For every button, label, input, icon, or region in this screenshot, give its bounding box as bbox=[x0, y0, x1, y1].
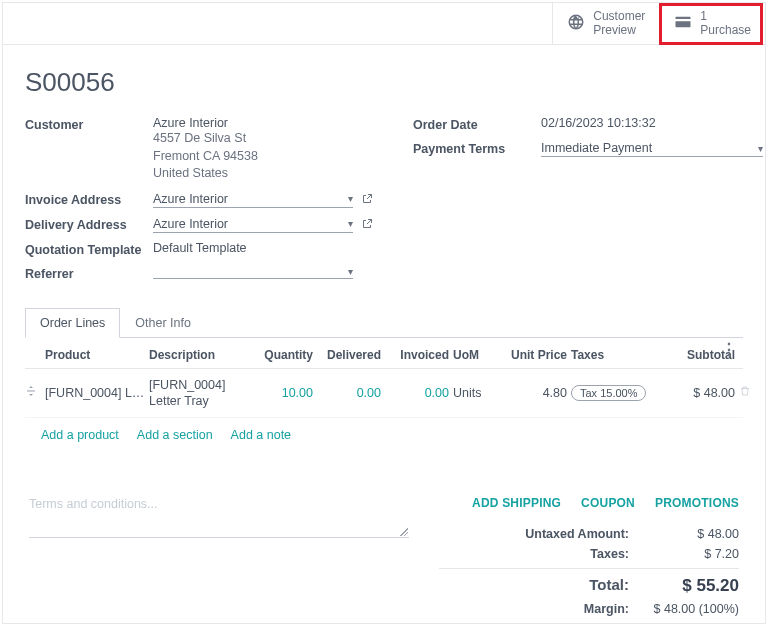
add-shipping-link[interactable]: ADD SHIPPING bbox=[472, 496, 561, 510]
payment-terms-label: Payment Terms bbox=[413, 140, 541, 156]
tax-chip[interactable]: Tax 15.00% bbox=[571, 385, 646, 401]
th-unit-price: Unit Price bbox=[499, 348, 567, 362]
payment-terms-select[interactable]: Immediate Payment ▾ bbox=[541, 140, 763, 157]
th-description: Description bbox=[149, 348, 249, 362]
chevron-down-icon: ▾ bbox=[758, 143, 763, 154]
resize-handle-icon[interactable] bbox=[399, 527, 409, 537]
addr-line1: 4557 De Silva St bbox=[153, 130, 373, 148]
delivery-address-select[interactable]: Azure Interior ▾ bbox=[153, 216, 353, 233]
globe-icon bbox=[567, 13, 585, 34]
purchase-label: Purchase bbox=[700, 24, 751, 38]
untaxed-label: Untaxed Amount: bbox=[439, 527, 649, 541]
purchase-count: 1 bbox=[700, 10, 751, 24]
chevron-down-icon: ▾ bbox=[348, 266, 353, 277]
tab-other-info[interactable]: Other Info bbox=[120, 308, 206, 338]
trash-icon[interactable] bbox=[739, 385, 755, 400]
cell-product: [FURN_0004] Lette… bbox=[45, 386, 145, 400]
kebab-icon[interactable]: ⋮ bbox=[721, 340, 737, 359]
table-row[interactable]: [FURN_0004] Lette… [FURN_0004] Letter Tr… bbox=[25, 369, 743, 419]
external-link-icon[interactable] bbox=[361, 218, 373, 230]
cell-description: [FURN_0004] Letter Tray bbox=[149, 377, 249, 410]
add-product-link[interactable]: Add a product bbox=[41, 428, 119, 442]
external-link-icon[interactable] bbox=[361, 193, 373, 205]
order-title: S00056 bbox=[25, 67, 743, 98]
customer-link[interactable]: Azure Interior bbox=[153, 116, 373, 130]
th-quantity: Quantity bbox=[253, 348, 313, 362]
add-note-link[interactable]: Add a note bbox=[231, 428, 291, 442]
th-invoiced: Invoiced bbox=[385, 348, 449, 362]
quotation-template-label: Quotation Template bbox=[25, 241, 153, 257]
tab-order-lines[interactable]: Order Lines bbox=[25, 308, 120, 338]
cell-delivered[interactable]: 0.00 bbox=[317, 386, 381, 400]
taxes-label: Taxes: bbox=[439, 547, 649, 561]
total-label: Total: bbox=[439, 576, 649, 596]
add-section-link[interactable]: Add a section bbox=[137, 428, 213, 442]
referrer-select[interactable]: ▾ bbox=[153, 265, 353, 279]
taxes-value: $ 7.20 bbox=[649, 547, 739, 561]
total-value: $ 55.20 bbox=[649, 576, 739, 596]
cell-quantity[interactable]: 10.00 bbox=[253, 386, 313, 400]
cell-subtotal: $ 48.00 bbox=[665, 386, 735, 400]
order-date-value: 02/16/2023 10:13:32 bbox=[541, 116, 763, 130]
customer-label: Customer bbox=[25, 116, 153, 132]
chevron-down-icon: ▾ bbox=[348, 218, 353, 229]
promotions-link[interactable]: PROMOTIONS bbox=[655, 496, 739, 510]
purchase-button[interactable]: 1 Purchase bbox=[659, 3, 765, 44]
credit-card-icon bbox=[674, 13, 692, 34]
addr-line2: Fremont CA 94538 bbox=[153, 148, 373, 166]
cell-unit-price: 4.80 bbox=[499, 386, 567, 400]
th-product: Product bbox=[45, 348, 145, 362]
referrer-label: Referrer bbox=[25, 265, 153, 281]
order-date-label: Order Date bbox=[413, 116, 541, 132]
chevron-down-icon: ▾ bbox=[348, 193, 353, 204]
drag-handle-icon[interactable] bbox=[25, 385, 41, 400]
coupon-link[interactable]: COUPON bbox=[581, 496, 635, 510]
cell-invoiced[interactable]: 0.00 bbox=[385, 386, 449, 400]
addr-line3: United States bbox=[153, 165, 373, 183]
customer-preview-l2: Preview bbox=[593, 24, 645, 38]
customer-preview-l1: Customer bbox=[593, 10, 645, 24]
invoice-address-label: Invoice Address bbox=[25, 191, 153, 207]
th-uom: UoM bbox=[453, 348, 495, 362]
delivery-address-label: Delivery Address bbox=[25, 216, 153, 232]
terms-textarea[interactable]: Terms and conditions... bbox=[29, 496, 409, 538]
invoice-address-select[interactable]: Azure Interior ▾ bbox=[153, 191, 353, 208]
customer-preview-button[interactable]: Customer Preview bbox=[552, 3, 659, 44]
th-delivered: Delivered bbox=[317, 348, 381, 362]
quotation-template-value: Default Template bbox=[153, 241, 373, 255]
untaxed-value: $ 48.00 bbox=[649, 527, 739, 541]
margin-value: $ 48.00 (100%) bbox=[649, 602, 739, 616]
cell-uom: Units bbox=[453, 386, 495, 400]
th-taxes: Taxes bbox=[571, 348, 661, 362]
margin-label: Margin: bbox=[439, 602, 649, 616]
terms-placeholder: Terms and conditions... bbox=[29, 497, 158, 511]
